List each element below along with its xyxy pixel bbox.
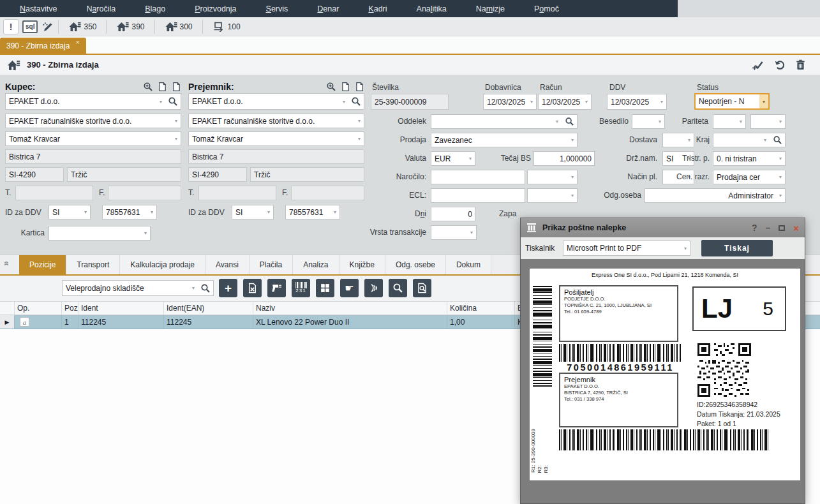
ecl-field[interactable] bbox=[431, 188, 525, 203]
new-document-icon[interactable] bbox=[172, 82, 181, 92]
chevron-down-icon[interactable]: ▾ bbox=[527, 94, 536, 109]
besedilo-combo[interactable]: ▾ bbox=[632, 114, 665, 129]
prejemnik-postcode-field[interactable]: SI-4290 bbox=[188, 167, 247, 182]
prejemnik-street-field[interactable]: Bistrica 7 bbox=[188, 149, 364, 164]
maximize-icon[interactable] bbox=[779, 225, 785, 231]
close-tab-icon[interactable]: × bbox=[75, 38, 79, 46]
column-ident[interactable]: Ident bbox=[78, 302, 163, 315]
add-row-button[interactable]: + bbox=[219, 279, 237, 297]
exclaim-button[interactable]: ! bbox=[3, 19, 19, 34]
nav-390-button[interactable]: 390 bbox=[111, 21, 149, 32]
ident-cell[interactable]: 112245 bbox=[78, 315, 163, 329]
chevron-down-icon[interactable]: ▾ bbox=[568, 189, 577, 202]
chevron-down-icon[interactable]: ▾ bbox=[81, 205, 90, 219]
kupec-fax-field[interactable] bbox=[108, 186, 181, 200]
column-naziv[interactable]: Naziv bbox=[253, 302, 447, 315]
menu-proizvodnja[interactable]: Proizvodnja bbox=[180, 4, 251, 13]
tab-placila[interactable]: Plačila bbox=[250, 255, 293, 274]
pariteta-combo-1[interactable]: ▾ bbox=[713, 114, 746, 129]
kupec-contact-combo[interactable]: Tomaž Kravcar▾ bbox=[5, 131, 181, 146]
naziv-cell[interactable]: XL Lenovo 22 Power Duo II bbox=[253, 315, 447, 329]
menu-nastavitve[interactable]: Nastavitve bbox=[5, 4, 71, 13]
tab-pozicije[interactable]: Pozicije bbox=[19, 255, 66, 274]
signature-icon[interactable] bbox=[41, 21, 54, 32]
search-icon[interactable] bbox=[770, 133, 785, 147]
kupec-name-combo[interactable]: EPAKET d.o.o. ▾ bbox=[5, 93, 181, 110]
odgoseba-combo[interactable]: Administrator▾ bbox=[645, 188, 786, 203]
kupec-phone-field[interactable] bbox=[15, 186, 93, 200]
narocilo-combo[interactable]: ▾ bbox=[527, 170, 578, 184]
grid-view-button[interactable] bbox=[316, 279, 334, 297]
menu-pomoc[interactable]: Pomoč bbox=[519, 4, 574, 13]
chevron-down-icon[interactable]: ▾ bbox=[147, 205, 156, 219]
chevron-down-icon[interactable]: ▾ bbox=[156, 94, 165, 109]
menu-analitika[interactable]: Analitika bbox=[402, 4, 461, 13]
menu-blago[interactable]: Blago bbox=[130, 4, 180, 13]
chevron-down-icon[interactable]: ▾ bbox=[655, 115, 664, 128]
nav-350-button[interactable]: 350 bbox=[63, 21, 101, 32]
column-kolicina[interactable]: Količina bbox=[447, 302, 514, 315]
prejemnik-phone-field[interactable] bbox=[198, 186, 276, 200]
trash-icon[interactable] bbox=[795, 59, 806, 70]
menu-narocila[interactable]: Naročila bbox=[71, 4, 130, 13]
prejemnik-company-combo[interactable]: EPAKET računalniške storitve d.o.o.▾ bbox=[188, 114, 364, 128]
tristr-combo[interactable]: 0. ni tristran▾ bbox=[713, 151, 786, 166]
chevron-down-icon[interactable]: ▾ bbox=[264, 205, 273, 219]
tab-dokumenti[interactable]: Dokum bbox=[446, 255, 491, 274]
op-cell[interactable]: a bbox=[14, 315, 61, 329]
prejemnik-contact-combo[interactable]: Tomaž Kravcar▾ bbox=[188, 131, 364, 146]
chevron-down-icon[interactable]: ▾ bbox=[582, 94, 591, 109]
kupec-city-field[interactable]: Tržič bbox=[67, 167, 181, 182]
search-icon[interactable] bbox=[165, 94, 181, 109]
chevron-down-icon[interactable]: ▾ bbox=[736, 115, 745, 128]
search-button[interactable] bbox=[389, 279, 407, 297]
poz-cell[interactable]: 1 bbox=[61, 315, 78, 329]
ean-barcode-button[interactable]: 231 bbox=[292, 279, 310, 297]
chevron-down-icon[interactable]: ▾ bbox=[776, 170, 785, 184]
help-icon[interactable]: ? bbox=[752, 223, 757, 232]
nav-100-button[interactable]: 100 bbox=[207, 22, 246, 32]
menu-servis[interactable]: Servis bbox=[251, 4, 303, 13]
search-icon[interactable] bbox=[198, 281, 213, 295]
tab-analiza[interactable]: Analiza bbox=[293, 255, 339, 274]
tab-avansi[interactable]: Avansi bbox=[205, 255, 250, 274]
delete-document-button[interactable] bbox=[243, 279, 262, 297]
tab-kalkulacija-prodaje[interactable]: Kalkulacija prodaje bbox=[120, 255, 205, 274]
kupec-vat-id-combo[interactable]: 78557631▾ bbox=[102, 205, 157, 219]
chevron-down-icon[interactable]: ▾ bbox=[776, 115, 785, 128]
confirm-document-icon[interactable] bbox=[752, 59, 764, 71]
dobavnica-date-combo[interactable]: 12/03/2025▾ bbox=[483, 94, 537, 110]
tab-odg-osebe[interactable]: Odg. osebe bbox=[385, 255, 446, 274]
ident-ean-cell[interactable]: 112245 bbox=[163, 315, 253, 329]
kupec-street-field[interactable]: Bistrica 7 bbox=[5, 149, 181, 164]
cenrazr-combo[interactable]: Prodajna cer▾ bbox=[713, 170, 786, 184]
prejemnik-fax-field[interactable] bbox=[291, 186, 364, 200]
rfid-button[interactable] bbox=[364, 279, 383, 297]
dialog-titlebar[interactable]: Prikaz poštne nalepke ? – × bbox=[521, 218, 805, 237]
pick-button[interactable]: ☛ bbox=[340, 279, 359, 297]
search-icon[interactable] bbox=[348, 94, 364, 109]
kraj-combo[interactable]: ▾ bbox=[713, 133, 786, 147]
kupec-postcode-field[interactable]: SI-4290 bbox=[5, 167, 64, 182]
valuta-combo[interactable]: EUR▾ bbox=[431, 151, 475, 166]
chevron-down-icon[interactable]: ▾ bbox=[759, 94, 768, 108]
chevron-down-icon[interactable]: ▾ bbox=[681, 241, 690, 255]
menu-namizje[interactable]: Namizje bbox=[461, 4, 519, 13]
column-poz[interactable]: Poz. bbox=[61, 302, 78, 315]
chevron-down-icon[interactable]: ▾ bbox=[172, 114, 181, 128]
tab-transport[interactable]: Transport bbox=[66, 255, 120, 274]
kupec-vat-country-combo[interactable]: SI▾ bbox=[48, 205, 91, 219]
sql-button[interactable]: sql bbox=[22, 20, 38, 33]
prejemnik-city-field[interactable]: Tržič bbox=[250, 167, 364, 182]
search-icon[interactable] bbox=[562, 115, 577, 128]
chevron-down-icon[interactable]: ▾ bbox=[568, 133, 577, 147]
open-document-icon[interactable] bbox=[341, 82, 350, 92]
open-document-icon[interactable] bbox=[158, 82, 167, 92]
kartica-combo[interactable]: ▾ bbox=[48, 226, 151, 241]
printer-combo[interactable]: Microsoft Print to PDF ▾ bbox=[563, 241, 690, 256]
pariteta-combo-2[interactable]: ▾ bbox=[750, 114, 786, 129]
prejemnik-vat-id-combo[interactable]: 78557631▾ bbox=[285, 205, 340, 219]
column-ident-ean[interactable]: Ident(EAN) bbox=[163, 302, 253, 315]
new-document-icon[interactable] bbox=[355, 82, 364, 92]
note-icon[interactable]: a bbox=[20, 317, 29, 327]
